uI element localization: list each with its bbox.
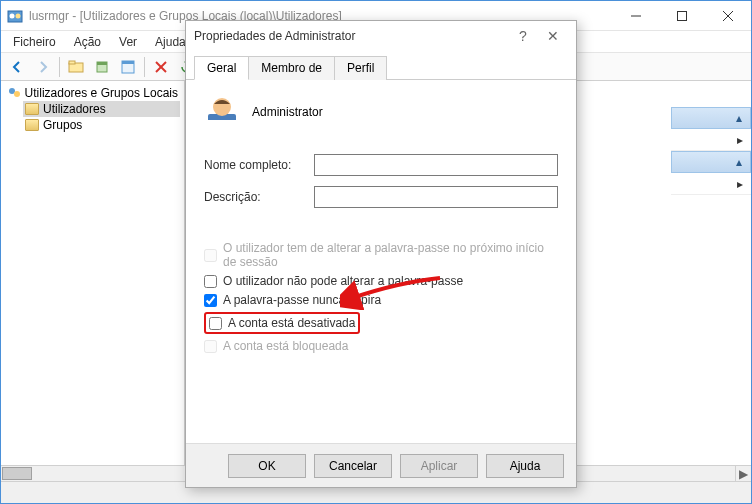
checkbox-input[interactable] bbox=[204, 275, 217, 288]
tree-item-users[interactable]: Utilizadores bbox=[23, 101, 180, 117]
checkbox-label: A conta está bloqueada bbox=[223, 339, 348, 353]
tree-pane[interactable]: Utilizadores e Grupos Locais Utilizadore… bbox=[1, 81, 185, 465]
checkbox-label: A palavra-passe nunca expira bbox=[223, 293, 381, 307]
dialog-titlebar: Propriedades de Administrator ? ✕ bbox=[186, 21, 576, 51]
svg-point-2 bbox=[16, 13, 21, 18]
fullname-input[interactable] bbox=[314, 154, 558, 176]
checkbox-account-locked: A conta está bloqueada bbox=[204, 339, 558, 353]
svg-point-20 bbox=[14, 91, 20, 97]
help-button[interactable]: Ajuda bbox=[486, 454, 564, 478]
maximize-button[interactable] bbox=[659, 1, 705, 30]
svg-rect-8 bbox=[69, 61, 75, 64]
back-button[interactable] bbox=[5, 55, 29, 79]
scroll-thumb[interactable] bbox=[2, 467, 32, 480]
checkbox-label: O utilizador não pode alterar a palavra-… bbox=[223, 274, 463, 288]
tab-member-of[interactable]: Membro de bbox=[248, 56, 335, 80]
actions-item[interactable]: ▸ bbox=[671, 129, 751, 151]
highlight-annotation: A conta está desativada bbox=[204, 312, 360, 334]
folder-icon bbox=[25, 119, 39, 131]
actions-pane: ▴ ▸ ▴ ▸ bbox=[671, 107, 751, 195]
toolbar-separator bbox=[59, 57, 60, 77]
actions-header[interactable]: ▴ bbox=[671, 151, 751, 173]
apply-button[interactable]: Aplicar bbox=[400, 454, 478, 478]
checkbox-label: O utilizador tem de alterar a palavra-pa… bbox=[223, 241, 558, 269]
folder-button[interactable] bbox=[64, 55, 88, 79]
tab-profile[interactable]: Perfil bbox=[334, 56, 387, 80]
checkbox-must-change-password: O utilizador tem de alterar a palavra-pa… bbox=[204, 241, 558, 269]
dialog-close-button[interactable]: ✕ bbox=[538, 28, 568, 44]
app-icon bbox=[7, 8, 23, 24]
properties-button[interactable] bbox=[90, 55, 114, 79]
dialog-title: Propriedades de Administrator bbox=[194, 29, 508, 43]
tree-label-groups: Grupos bbox=[43, 118, 82, 132]
svg-rect-12 bbox=[122, 61, 134, 64]
menu-file[interactable]: Ficheiro bbox=[5, 33, 64, 51]
users-groups-icon bbox=[7, 86, 21, 100]
dialog-body: Administrator Nome completo: Descrição: … bbox=[186, 80, 576, 443]
user-icon bbox=[204, 94, 240, 130]
checkbox-account-disabled[interactable]: A conta está desativada bbox=[209, 316, 355, 330]
svg-point-1 bbox=[10, 13, 15, 18]
user-header: Administrator bbox=[204, 94, 558, 130]
tab-strip: Geral Membro de Perfil bbox=[186, 51, 576, 80]
actions-header[interactable]: ▴ bbox=[671, 107, 751, 129]
minimize-button[interactable] bbox=[613, 1, 659, 30]
svg-point-19 bbox=[9, 88, 15, 94]
description-label: Descrição: bbox=[204, 190, 314, 204]
svg-rect-4 bbox=[678, 11, 687, 20]
checkbox-input[interactable] bbox=[209, 317, 222, 330]
properties-dialog: Propriedades de Administrator ? ✕ Geral … bbox=[185, 20, 577, 488]
tree-label-users: Utilizadores bbox=[43, 102, 106, 116]
description-row: Descrição: bbox=[204, 186, 558, 208]
window-controls bbox=[613, 1, 751, 30]
forward-button[interactable] bbox=[31, 55, 55, 79]
tab-general[interactable]: Geral bbox=[194, 56, 249, 80]
delete-button[interactable] bbox=[149, 55, 173, 79]
toolbar-separator bbox=[144, 57, 145, 77]
actions-item[interactable]: ▸ bbox=[671, 173, 751, 195]
checkbox-password-never-expires[interactable]: A palavra-passe nunca expira bbox=[204, 293, 558, 307]
fullname-label: Nome completo: bbox=[204, 158, 314, 172]
ok-button[interactable]: OK bbox=[228, 454, 306, 478]
dialog-help-button[interactable]: ? bbox=[508, 28, 538, 44]
dialog-button-bar: OK Cancelar Aplicar Ajuda bbox=[186, 443, 576, 487]
close-button[interactable] bbox=[705, 1, 751, 30]
cancel-button[interactable]: Cancelar bbox=[314, 454, 392, 478]
fullname-row: Nome completo: bbox=[204, 154, 558, 176]
tree-root-label: Utilizadores e Grupos Locais bbox=[25, 86, 178, 100]
svg-rect-23 bbox=[204, 120, 240, 130]
checkbox-label: A conta está desativada bbox=[228, 316, 355, 330]
checkbox-input[interactable] bbox=[204, 294, 217, 307]
username-label: Administrator bbox=[252, 105, 323, 119]
svg-rect-10 bbox=[97, 62, 107, 65]
window-button[interactable] bbox=[116, 55, 140, 79]
description-input[interactable] bbox=[314, 186, 558, 208]
tree-item-groups[interactable]: Grupos bbox=[23, 117, 180, 133]
scroll-right-arrow[interactable]: ▶ bbox=[735, 466, 751, 481]
tree-root[interactable]: Utilizadores e Grupos Locais bbox=[5, 85, 180, 101]
checkbox-input bbox=[204, 249, 217, 262]
checkbox-cannot-change-password[interactable]: O utilizador não pode alterar a palavra-… bbox=[204, 274, 558, 288]
menu-action[interactable]: Ação bbox=[66, 33, 109, 51]
menu-view[interactable]: Ver bbox=[111, 33, 145, 51]
checkbox-input bbox=[204, 340, 217, 353]
folder-icon bbox=[25, 103, 39, 115]
